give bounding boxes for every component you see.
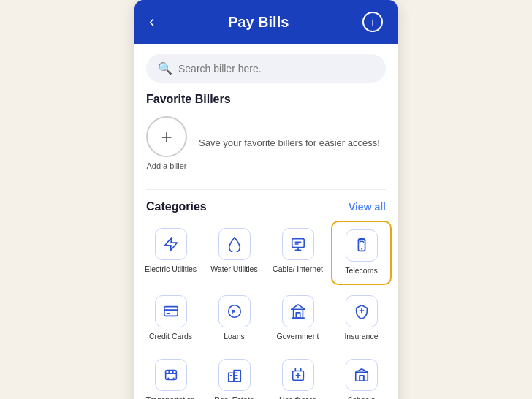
government-icon bbox=[282, 295, 314, 327]
svg-point-19 bbox=[167, 378, 169, 379]
category-realestate[interactable]: Real Estate bbox=[204, 352, 265, 399]
healthcare-icon bbox=[282, 359, 314, 391]
water-icon bbox=[218, 228, 251, 260]
add-biller-label: Add a biller bbox=[146, 162, 186, 170]
svg-rect-15 bbox=[165, 370, 176, 380]
credit-icon bbox=[155, 295, 187, 327]
electric-label: Electric Utilities bbox=[145, 265, 197, 275]
cable-label: Cable/ Internet bbox=[273, 265, 323, 275]
phone-container: ‹ Pay Bills i 🔍 Favorite Billers + Add a… bbox=[134, 0, 398, 399]
telecoms-label: Telecoms bbox=[345, 266, 377, 276]
category-schools[interactable]: Schools bbox=[331, 352, 392, 399]
schools-label: Schools bbox=[348, 395, 375, 399]
insurance-label: Insurance bbox=[344, 332, 378, 342]
loans-icon: ₱ bbox=[218, 295, 251, 327]
favorites-section: Favorite Billers + Add a biller Save you… bbox=[134, 93, 398, 189]
category-insurance[interactable]: Insurance bbox=[331, 288, 392, 349]
category-cable[interactable]: Cable/ Internet bbox=[267, 221, 328, 285]
category-telecoms[interactable]: Telecoms bbox=[331, 221, 392, 285]
svg-text:₱: ₱ bbox=[232, 308, 235, 315]
transportation-label: Transportation bbox=[146, 395, 195, 399]
svg-rect-12 bbox=[296, 312, 300, 317]
electric-icon bbox=[155, 228, 187, 260]
search-bar: 🔍 bbox=[146, 54, 386, 83]
view-all-button[interactable]: View all bbox=[349, 201, 386, 213]
favorites-hint: Save your favorite billers for easier ac… bbox=[199, 136, 380, 151]
category-healthcare[interactable]: Healthcare bbox=[267, 352, 328, 399]
water-label: Water Utilities bbox=[210, 265, 257, 275]
svg-rect-21 bbox=[228, 373, 233, 382]
healthcare-label: Healthcare bbox=[279, 395, 316, 399]
svg-rect-33 bbox=[355, 373, 368, 381]
category-water[interactable]: Water Utilities bbox=[204, 221, 265, 285]
categories-header: Categories View all bbox=[134, 190, 398, 221]
loans-label: Loans bbox=[224, 332, 245, 342]
svg-rect-7 bbox=[164, 306, 177, 316]
search-icon: 🔍 bbox=[158, 61, 172, 75]
telecoms-icon bbox=[346, 229, 378, 262]
credit-label: Credit Cards bbox=[149, 332, 192, 342]
search-container: 🔍 bbox=[134, 44, 398, 93]
svg-rect-0 bbox=[292, 239, 304, 248]
info-button[interactable]: i bbox=[362, 12, 383, 32]
svg-point-6 bbox=[361, 248, 362, 250]
transportation-icon bbox=[155, 359, 187, 391]
favorites-row: + Add a biller Save your favorite biller… bbox=[146, 116, 386, 182]
category-credit[interactable]: Credit Cards bbox=[140, 288, 201, 349]
category-loans[interactable]: ₱ Loans bbox=[204, 288, 265, 349]
realestate-label: Real Estate bbox=[214, 395, 254, 399]
categories-title: Categories bbox=[146, 200, 207, 213]
government-label: Government bbox=[277, 332, 319, 342]
page-title: Pay Bills bbox=[228, 14, 289, 31]
schools-icon bbox=[346, 359, 378, 391]
insurance-icon bbox=[346, 295, 378, 327]
favorites-title: Favorite Billers bbox=[146, 93, 386, 106]
add-biller-wrap: + Add a biller bbox=[146, 116, 187, 170]
svg-rect-34 bbox=[360, 376, 364, 381]
category-transportation[interactable]: Transportation bbox=[140, 352, 201, 399]
search-input[interactable] bbox=[178, 63, 374, 75]
header: ‹ Pay Bills i bbox=[134, 0, 398, 44]
add-biller-button[interactable]: + bbox=[146, 116, 187, 157]
svg-point-20 bbox=[172, 378, 174, 379]
category-government[interactable]: Government bbox=[267, 288, 328, 349]
back-button[interactable]: ‹ bbox=[149, 12, 154, 31]
realestate-icon bbox=[218, 359, 251, 391]
category-electric[interactable]: Electric Utilities bbox=[140, 221, 201, 285]
categories-grid: Electric Utilities Water Utilities Cable… bbox=[134, 221, 398, 399]
cable-icon bbox=[282, 228, 314, 260]
